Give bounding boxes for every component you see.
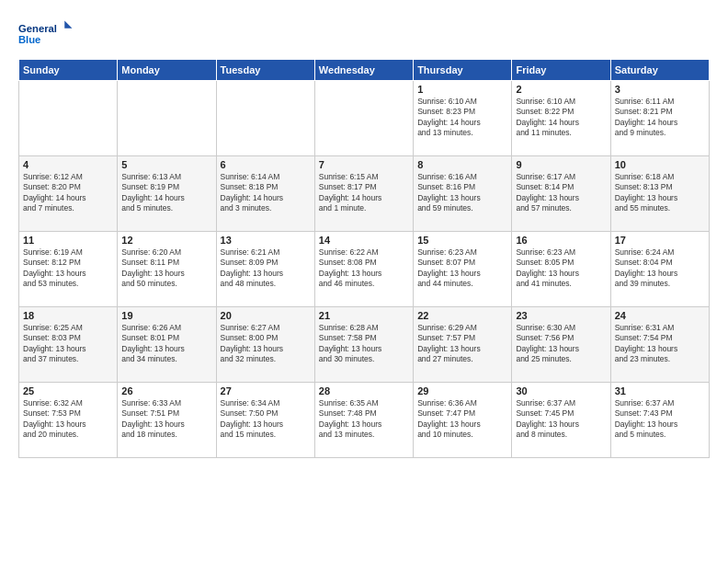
day-info: Sunrise: 6:10 AMSunset: 8:23 PMDaylight:… [417,97,507,139]
day-number: 9 [516,159,606,170]
day-number: 25 [23,385,113,396]
day-info: Sunrise: 6:35 AMSunset: 7:48 PMDaylight:… [319,398,409,441]
day-info: Sunrise: 6:37 AMSunset: 7:45 PMDaylight:… [516,398,606,441]
calendar-cell: 3Sunrise: 6:11 AMSunset: 8:21 PMDaylight… [610,81,709,156]
calendar-cell: 27Sunrise: 6:34 AMSunset: 7:50 PMDayligh… [216,383,314,458]
calendar-cell: 15Sunrise: 6:23 AMSunset: 8:07 PMDayligh… [414,232,512,307]
day-number: 31 [615,385,705,396]
svg-text:Blue: Blue [18,34,40,45]
day-number: 30 [516,385,606,396]
calendar-cell: 12Sunrise: 6:20 AMSunset: 8:11 PMDayligh… [118,232,216,307]
day-info: Sunrise: 6:28 AMSunset: 7:58 PMDaylight:… [319,323,409,365]
day-number: 8 [417,159,507,170]
calendar-cell [216,81,314,156]
day-number: 22 [417,310,507,321]
day-number: 5 [121,159,211,170]
weekday-header-cell: Thursday [414,60,512,81]
day-number: 2 [516,84,606,95]
day-number: 16 [516,235,606,246]
day-number: 4 [23,159,113,170]
day-info: Sunrise: 6:25 AMSunset: 8:03 PMDaylight:… [23,323,113,365]
calendar-cell: 11Sunrise: 6:19 AMSunset: 8:12 PMDayligh… [19,232,118,307]
calendar-cell [314,81,413,156]
day-number: 10 [615,159,705,170]
calendar-cell: 13Sunrise: 6:21 AMSunset: 8:09 PMDayligh… [216,232,314,307]
day-info: Sunrise: 6:36 AMSunset: 7:47 PMDaylight:… [417,398,507,441]
weekday-header-cell: Saturday [610,60,709,81]
day-info: Sunrise: 6:26 AMSunset: 8:01 PMDaylight:… [121,323,211,365]
calendar-cell: 2Sunrise: 6:10 AMSunset: 8:22 PMDaylight… [512,81,610,156]
calendar-cell: 23Sunrise: 6:30 AMSunset: 7:56 PMDayligh… [512,307,610,383]
calendar-cell: 29Sunrise: 6:36 AMSunset: 7:47 PMDayligh… [414,383,512,458]
calendar-cell: 28Sunrise: 6:35 AMSunset: 7:48 PMDayligh… [314,383,413,458]
day-info: Sunrise: 6:17 AMSunset: 8:14 PMDaylight:… [516,172,606,214]
day-info: Sunrise: 6:18 AMSunset: 8:13 PMDaylight:… [615,172,705,214]
calendar-cell: 5Sunrise: 6:13 AMSunset: 8:19 PMDaylight… [118,156,216,232]
calendar: SundayMondayTuesdayWednesdayThursdayFrid… [18,59,710,458]
logo: General Blue [18,15,74,52]
day-number: 15 [417,235,507,246]
day-info: Sunrise: 6:30 AMSunset: 7:56 PMDaylight:… [516,323,606,365]
day-info: Sunrise: 6:32 AMSunset: 7:53 PMDaylight:… [23,398,113,441]
day-number: 23 [516,310,606,321]
calendar-cell: 26Sunrise: 6:33 AMSunset: 7:51 PMDayligh… [118,383,216,458]
calendar-week-row: 4Sunrise: 6:12 AMSunset: 8:20 PMDaylight… [19,156,710,232]
calendar-cell: 31Sunrise: 6:37 AMSunset: 7:43 PMDayligh… [610,383,709,458]
day-info: Sunrise: 6:23 AMSunset: 8:05 PMDaylight:… [516,247,606,290]
day-info: Sunrise: 6:22 AMSunset: 8:08 PMDaylight:… [319,247,409,290]
day-number: 1 [417,84,507,95]
calendar-cell: 16Sunrise: 6:23 AMSunset: 8:05 PMDayligh… [512,232,610,307]
day-number: 19 [121,310,211,321]
day-number: 28 [319,385,409,396]
calendar-cell: 24Sunrise: 6:31 AMSunset: 7:54 PMDayligh… [610,307,709,383]
calendar-cell: 30Sunrise: 6:37 AMSunset: 7:45 PMDayligh… [512,383,610,458]
day-info: Sunrise: 6:15 AMSunset: 8:17 PMDaylight:… [319,172,409,214]
weekday-header-row: SundayMondayTuesdayWednesdayThursdayFrid… [19,60,710,81]
weekday-header-cell: Friday [512,60,610,81]
day-info: Sunrise: 6:21 AMSunset: 8:09 PMDaylight:… [221,247,311,290]
day-info: Sunrise: 6:12 AMSunset: 8:20 PMDaylight:… [23,172,113,214]
calendar-week-row: 18Sunrise: 6:25 AMSunset: 8:03 PMDayligh… [19,307,710,383]
calendar-cell [118,81,216,156]
day-info: Sunrise: 6:16 AMSunset: 8:16 PMDaylight:… [417,172,507,214]
day-info: Sunrise: 6:27 AMSunset: 8:00 PMDaylight:… [221,323,311,365]
day-number: 26 [121,385,211,396]
day-info: Sunrise: 6:23 AMSunset: 8:07 PMDaylight:… [417,247,507,290]
day-info: Sunrise: 6:33 AMSunset: 7:51 PMDaylight:… [121,398,211,441]
page: General Blue SundayMondayTuesdayWednesda… [0,0,728,563]
weekday-header-cell: Sunday [19,60,118,81]
calendar-cell: 14Sunrise: 6:22 AMSunset: 8:08 PMDayligh… [314,232,413,307]
calendar-week-row: 11Sunrise: 6:19 AMSunset: 8:12 PMDayligh… [19,232,710,307]
weekday-header-cell: Wednesday [314,60,413,81]
calendar-week-row: 25Sunrise: 6:32 AMSunset: 7:53 PMDayligh… [19,383,710,458]
calendar-cell: 21Sunrise: 6:28 AMSunset: 7:58 PMDayligh… [314,307,413,383]
day-info: Sunrise: 6:13 AMSunset: 8:19 PMDaylight:… [121,172,211,214]
calendar-cell: 8Sunrise: 6:16 AMSunset: 8:16 PMDaylight… [414,156,512,232]
calendar-cell: 4Sunrise: 6:12 AMSunset: 8:20 PMDaylight… [19,156,118,232]
svg-text:General: General [18,23,57,34]
day-info: Sunrise: 6:10 AMSunset: 8:22 PMDaylight:… [516,97,606,139]
day-number: 21 [319,310,409,321]
header: General Blue [18,15,710,52]
day-info: Sunrise: 6:14 AMSunset: 8:18 PMDaylight:… [221,172,311,214]
day-number: 24 [615,310,705,321]
calendar-cell: 18Sunrise: 6:25 AMSunset: 8:03 PMDayligh… [19,307,118,383]
day-info: Sunrise: 6:20 AMSunset: 8:11 PMDaylight:… [121,247,211,290]
weekday-header-cell: Tuesday [216,60,314,81]
day-number: 29 [417,385,507,396]
day-number: 11 [23,235,113,246]
day-info: Sunrise: 6:37 AMSunset: 7:43 PMDaylight:… [615,398,705,441]
day-number: 20 [221,310,311,321]
day-number: 14 [319,235,409,246]
day-info: Sunrise: 6:24 AMSunset: 8:04 PMDaylight:… [615,247,705,290]
calendar-body: 1Sunrise: 6:10 AMSunset: 8:23 PMDaylight… [19,81,710,458]
day-number: 18 [23,310,113,321]
weekday-header-cell: Monday [118,60,216,81]
calendar-cell: 6Sunrise: 6:14 AMSunset: 8:18 PMDaylight… [216,156,314,232]
logo-svg: General Blue [18,15,74,52]
day-info: Sunrise: 6:11 AMSunset: 8:21 PMDaylight:… [615,97,705,139]
calendar-week-row: 1Sunrise: 6:10 AMSunset: 8:23 PMDaylight… [19,81,710,156]
calendar-cell: 25Sunrise: 6:32 AMSunset: 7:53 PMDayligh… [19,383,118,458]
day-number: 6 [221,159,311,170]
svg-marker-2 [64,21,72,29]
